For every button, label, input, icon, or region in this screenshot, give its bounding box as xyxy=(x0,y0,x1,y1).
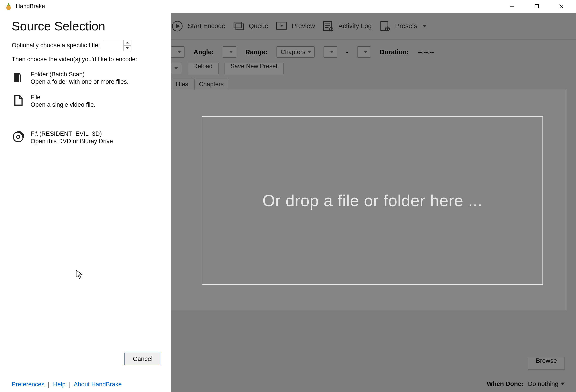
panel-hint: Then choose the video(s) you'd like to e… xyxy=(12,56,161,63)
window-close-button[interactable] xyxy=(549,0,574,13)
range-start-combo[interactable] xyxy=(323,46,337,58)
folder-icon xyxy=(12,71,25,84)
svg-marker-9 xyxy=(281,24,283,27)
svg-point-22 xyxy=(17,135,20,138)
when-done-row: When Done: Do nothing xyxy=(487,380,565,388)
title-spinner-input[interactable] xyxy=(104,40,123,51)
toolbar-activity-log[interactable]: Activity Log xyxy=(322,20,372,32)
link-separator: | xyxy=(48,381,50,388)
range-end-combo[interactable] xyxy=(357,46,371,58)
svg-rect-6 xyxy=(234,22,242,28)
title-bar: HandBrake xyxy=(0,0,576,13)
file-icon xyxy=(12,94,25,107)
toolbar-preview[interactable]: Preview xyxy=(275,20,315,32)
spinner-up-button[interactable] xyxy=(124,40,131,45)
toolbar-preview-label: Preview xyxy=(292,22,315,30)
source-option-folder[interactable]: Folder (Batch Scan) Open a folder with o… xyxy=(12,68,161,91)
svg-rect-11 xyxy=(323,22,332,31)
disc-sub: Open this DVD or Bluray Drive xyxy=(30,138,113,145)
footer-links: Preferences | Help | About HandBrake xyxy=(12,381,161,388)
cancel-label: Cancel xyxy=(133,355,152,362)
activity-log-icon xyxy=(322,20,334,32)
about-link[interactable]: About HandBrake xyxy=(74,381,122,388)
presets-icon xyxy=(378,20,391,32)
preset-nav-combo[interactable] xyxy=(171,63,181,74)
svg-rect-20 xyxy=(20,75,21,82)
title-combo[interactable] xyxy=(171,46,184,58)
range-type-value: Chapters xyxy=(281,49,306,56)
when-done-label: When Done: xyxy=(487,380,523,388)
svg-rect-1 xyxy=(535,4,538,8)
toolbar-presets[interactable]: Presets xyxy=(378,20,427,32)
when-done-dropdown[interactable]: Do nothing xyxy=(528,380,565,388)
browse-label: Browse xyxy=(536,357,557,364)
toolbar-queue-label: Queue xyxy=(249,22,268,30)
angle-label: Angle: xyxy=(194,48,214,56)
svg-marker-5 xyxy=(176,24,180,28)
preferences-link[interactable]: Preferences xyxy=(12,381,45,388)
drop-zone[interactable]: Or drop a file or folder here ... xyxy=(202,116,543,285)
range-type-combo[interactable]: Chapters xyxy=(277,46,315,58)
source-option-disc[interactable]: F:\ (RESIDENT_EVIL_3D) Open this DVD or … xyxy=(12,128,161,151)
link-separator: | xyxy=(69,381,71,388)
toolbar-presets-label: Presets xyxy=(395,22,417,30)
folder-sub: Open a folder with one or more files. xyxy=(30,78,128,85)
source-option-file[interactable]: File Open a single video file. xyxy=(12,91,161,114)
toolbar-start-encode[interactable]: Start Encode xyxy=(171,20,226,32)
spinner-down-button[interactable] xyxy=(124,45,131,51)
chevron-down-icon xyxy=(422,25,427,28)
play-circle-icon xyxy=(171,20,184,32)
angle-combo[interactable] xyxy=(223,46,236,58)
tab-titles[interactable]: titles xyxy=(171,79,193,90)
window-maximize-button[interactable] xyxy=(524,0,549,13)
preview-icon xyxy=(275,20,288,32)
save-preset-button[interactable]: Save New Preset xyxy=(225,62,284,74)
svg-rect-16 xyxy=(381,22,388,31)
panel-heading: Source Selection xyxy=(12,19,161,33)
toolbar-queue[interactable]: Queue xyxy=(232,20,268,32)
browse-button[interactable]: Browse xyxy=(528,357,565,369)
app-icon xyxy=(4,2,13,10)
chevron-down-icon xyxy=(561,383,565,385)
reload-button[interactable]: Reload xyxy=(187,62,219,74)
svg-rect-7 xyxy=(236,24,243,30)
duration-label: Duration: xyxy=(380,48,409,56)
help-link[interactable]: Help xyxy=(53,381,66,388)
drop-zone-text: Or drop a file or folder here ... xyxy=(262,191,482,210)
when-done-value: Do nothing xyxy=(528,380,558,388)
title-spinner[interactable] xyxy=(104,40,131,51)
disc-icon xyxy=(12,130,25,143)
title-select-label: Optionally choose a specific title: xyxy=(12,42,100,49)
disc-title: F:\ (RESIDENT_EVIL_3D) xyxy=(30,130,113,137)
folder-title: Folder (Batch Scan) xyxy=(30,71,128,78)
range-separator: - xyxy=(346,48,348,56)
queue-icon xyxy=(232,20,245,32)
file-sub: Open a single video file. xyxy=(30,101,95,108)
range-label: Range: xyxy=(245,48,267,56)
app-title: HandBrake xyxy=(16,3,45,10)
reload-label: Reload xyxy=(193,63,213,70)
tab-chapters[interactable]: Chapters xyxy=(194,79,229,90)
title-select-row: Optionally choose a specific title: xyxy=(12,40,161,51)
toolbar-activity-log-label: Activity Log xyxy=(338,22,372,30)
cancel-button[interactable]: Cancel xyxy=(124,353,161,365)
duration-value: --:--:-- xyxy=(418,48,434,56)
source-selection-panel: Source Selection Optionally choose a spe… xyxy=(0,13,171,392)
save-preset-label: Save New Preset xyxy=(231,63,278,70)
mouse-cursor-icon xyxy=(76,270,83,280)
toolbar-start-encode-label: Start Encode xyxy=(188,22,226,30)
window-minimize-button[interactable] xyxy=(499,0,524,13)
file-title: File xyxy=(30,94,95,101)
